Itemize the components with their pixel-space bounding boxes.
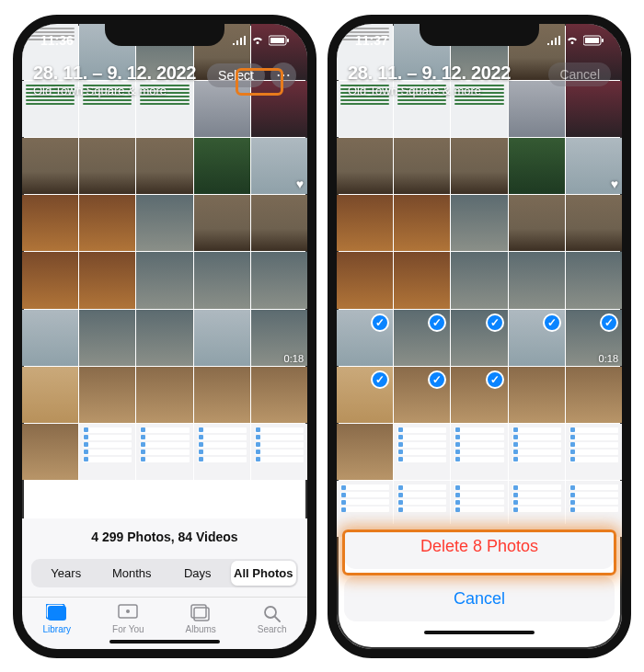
photo-tile[interactable]: ✓ — [451, 367, 507, 423]
svg-rect-13 — [602, 39, 604, 42]
photo-tile[interactable] — [566, 252, 622, 308]
tab-albums[interactable]: Albums — [185, 603, 215, 634]
photo-tile[interactable] — [394, 138, 450, 194]
status-icons — [546, 35, 604, 46]
photo-tile[interactable] — [194, 424, 250, 480]
selection-check-icon: ✓ — [600, 313, 618, 332]
photo-tile[interactable] — [22, 367, 78, 423]
photo-tile[interactable] — [194, 252, 250, 308]
photo-tile[interactable] — [337, 138, 393, 194]
photo-tile[interactable]: ✓ — [394, 310, 450, 366]
photo-tile[interactable]: ♥ — [566, 138, 622, 194]
tab-label: Library — [42, 624, 71, 634]
photo-tile[interactable] — [509, 424, 565, 480]
photo-tile[interactable] — [394, 252, 450, 308]
segment-days[interactable]: Days — [165, 561, 231, 586]
photo-tile[interactable] — [136, 367, 192, 423]
segment-all-photos[interactable]: All Photos — [231, 561, 297, 586]
video-duration: 0:18 — [284, 353, 304, 364]
more-icon: ⋯ — [276, 66, 291, 84]
library-icon — [45, 603, 69, 623]
photo-tile[interactable] — [566, 424, 622, 480]
selection-check-icon: ✓ — [428, 370, 446, 389]
select-button[interactable]: Select — [207, 63, 265, 87]
photo-tile[interactable] — [337, 195, 393, 251]
photo-tile[interactable] — [337, 252, 393, 308]
photo-tile[interactable] — [509, 367, 565, 423]
cancel-button[interactable]: Cancel — [548, 63, 611, 86]
wifi-icon — [565, 35, 580, 46]
header-actions: Select ⋯ — [207, 63, 296, 88]
delete-photos-button[interactable]: Delete 8 Photos — [344, 524, 615, 569]
photo-tile[interactable] — [136, 138, 192, 194]
photo-tile[interactable]: ♥ — [251, 138, 307, 194]
photo-tile[interactable] — [251, 252, 307, 308]
photo-tile[interactable] — [451, 252, 507, 308]
photo-tile[interactable] — [394, 195, 450, 251]
tab-search[interactable]: Search — [258, 603, 287, 634]
photo-tile[interactable] — [251, 195, 307, 251]
photo-tile[interactable]: ✓ — [509, 310, 565, 366]
photo-tile[interactable] — [79, 367, 135, 423]
phone-right: 11:37 ♥ — [328, 15, 631, 658]
status-time: 11:36 — [40, 33, 74, 48]
photo-tile[interactable] — [22, 310, 78, 366]
tab-library[interactable]: Library — [42, 603, 71, 634]
photo-tile[interactable]: ✓ — [451, 310, 507, 366]
home-indicator[interactable] — [109, 640, 220, 644]
photo-tile[interactable] — [22, 195, 78, 251]
photo-tile[interactable]: ✓ — [394, 367, 450, 423]
photo-tile[interactable] — [194, 195, 250, 251]
svg-rect-12 — [585, 38, 599, 43]
photo-tile[interactable] — [79, 138, 135, 194]
segmented-control[interactable]: Years Months Days All Photos — [31, 559, 298, 587]
photo-count: 4 299 Photos, 84 Videos — [22, 530, 307, 544]
photo-tile[interactable] — [22, 138, 78, 194]
favorite-icon: ♥ — [611, 177, 618, 191]
home-indicator[interactable] — [424, 631, 535, 634]
photo-tile[interactable] — [79, 195, 135, 251]
segment-years[interactable]: Years — [33, 561, 99, 586]
photo-tile[interactable] — [194, 138, 250, 194]
photo-tile[interactable] — [451, 195, 507, 251]
photo-tile[interactable] — [509, 195, 565, 251]
header-text: 28. 11. – 9. 12. 2022 Old Town Square & … — [33, 63, 196, 97]
photo-tile[interactable] — [509, 252, 565, 308]
photo-tile[interactable] — [79, 424, 135, 480]
photo-tile[interactable] — [136, 424, 192, 480]
photo-tile[interactable] — [79, 310, 135, 366]
photo-tile[interactable] — [451, 138, 507, 194]
photo-tile[interactable]: ✓ — [337, 310, 393, 366]
photo-tile[interactable] — [22, 252, 78, 308]
segment-months[interactable]: Months — [99, 561, 166, 586]
photo-tile[interactable] — [566, 367, 622, 423]
photo-tile[interactable] — [194, 367, 250, 423]
photo-tile[interactable] — [394, 424, 450, 480]
battery-icon — [269, 35, 289, 46]
action-sheet-cancel-button[interactable]: Cancel — [344, 576, 615, 621]
svg-rect-2 — [287, 39, 289, 42]
photo-tile[interactable] — [337, 424, 393, 480]
signal-icon — [232, 35, 247, 46]
photo-tile[interactable] — [22, 424, 78, 480]
action-sheet: Delete 8 Photos Cancel — [344, 517, 615, 640]
foryou-icon — [116, 603, 140, 623]
photo-tile[interactable] — [451, 424, 507, 480]
tab-label: Albums — [185, 624, 215, 634]
photo-tile[interactable] — [136, 195, 192, 251]
photo-tile[interactable] — [509, 138, 565, 194]
tab-bar: Library For You Albums Search — [22, 597, 307, 636]
photo-tile[interactable]: ✓ — [337, 367, 393, 423]
tab-for-you[interactable]: For You — [112, 603, 144, 634]
photo-tile[interactable] — [251, 367, 307, 423]
photo-tile[interactable] — [136, 310, 192, 366]
photo-tile[interactable]: 0:18✓ — [566, 310, 622, 366]
photo-tile[interactable] — [79, 252, 135, 308]
selection-check-icon: ✓ — [428, 313, 446, 332]
photo-tile[interactable]: 0:18 — [251, 310, 307, 366]
photo-tile[interactable] — [194, 310, 250, 366]
photo-tile[interactable] — [136, 252, 192, 308]
photo-tile[interactable] — [566, 195, 622, 251]
photo-tile[interactable] — [251, 424, 307, 480]
more-button[interactable]: ⋯ — [270, 63, 296, 88]
